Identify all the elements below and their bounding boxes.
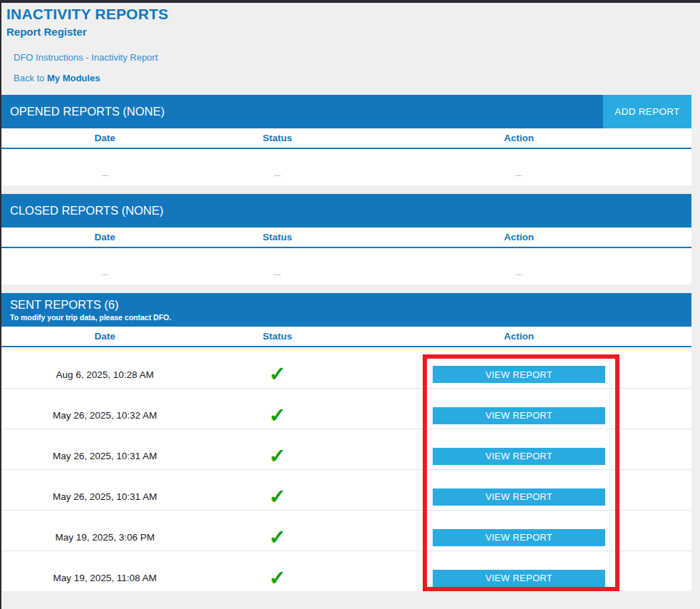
column-header-status: Status (208, 232, 346, 242)
opened-reports-empty-row: ... ... ... (1, 149, 691, 185)
closed-reports-empty-row: ... ... ... (1, 248, 691, 285)
empty-date-cell: ... (1, 168, 208, 178)
column-header-action: Action (346, 133, 691, 143)
column-header-action: Action (346, 331, 691, 342)
page-header: INACTIVITY REPORTS Report Register DFO I… (1, 3, 691, 95)
sent-reports-subtitle: To modify your trip data, please contact… (10, 313, 171, 322)
empty-date-cell: ... (1, 267, 208, 277)
window-left-border (0, 0, 1, 609)
sent-reports-header-bar: SENT REPORTS (6) To modify your trip dat… (1, 293, 691, 327)
status-check-icon: ✓ (269, 486, 285, 508)
table-row: May 19, 2025, 11:08 AM ✓ VIEW REPORT (1, 551, 691, 591)
table-row: May 19, 2025, 3:06 PM ✓ VIEW REPORT (1, 510, 691, 551)
report-date: May 26, 2025, 10:31 AM (1, 451, 208, 461)
report-date: May 19, 2025, 3:06 PM (1, 532, 208, 543)
table-row: Aug 6, 2025, 10:28 AM ✓ VIEW REPORT (1, 347, 691, 388)
page-subtitle: Report Register (6, 26, 691, 38)
view-report-button[interactable]: VIEW REPORT (433, 570, 605, 587)
status-check-icon: ✓ (269, 363, 285, 385)
empty-status-cell: ... (208, 267, 346, 277)
view-report-button[interactable]: VIEW REPORT (433, 366, 605, 383)
column-header-date: Date (1, 331, 208, 342)
table-row: May 26, 2025, 10:32 AM ✓ VIEW REPORT (1, 388, 691, 429)
opened-reports-title: OPENED REPORTS (NONE) (10, 105, 165, 118)
page-links: DFO Instructions - Inactivity Report Bac… (6, 38, 691, 95)
status-check-icon: ✓ (269, 567, 285, 589)
table-row: May 26, 2025, 10:31 AM ✓ VIEW REPORT (1, 429, 691, 469)
closed-reports-header-bar: CLOSED REPORTS (NONE) (1, 194, 691, 227)
column-header-date: Date (1, 232, 208, 242)
column-header-status: Status (208, 331, 346, 342)
opened-reports-header-bar: OPENED REPORTS (NONE) ADD REPORT (1, 95, 691, 128)
empty-status-cell: ... (208, 168, 346, 178)
content-area: INACTIVITY REPORTS Report Register DFO I… (1, 3, 691, 591)
back-to-my-modules-link[interactable]: Back to My Modules (14, 73, 691, 83)
sent-reports-title: SENT REPORTS (6) (10, 298, 171, 311)
closed-reports-section: CLOSED REPORTS (NONE) Date Status Action… (1, 194, 691, 285)
opened-reports-table-header: Date Status Action (1, 128, 691, 149)
empty-action-cell: ... (346, 267, 691, 277)
view-report-button[interactable]: VIEW REPORT (433, 488, 605, 506)
empty-action-cell: ... (346, 168, 691, 178)
report-date: May 19, 2025, 11:08 AM (1, 573, 208, 583)
closed-reports-title: CLOSED REPORTS (NONE) (10, 204, 163, 217)
column-header-date: Date (1, 133, 208, 143)
view-report-button[interactable]: VIEW REPORT (433, 448, 605, 465)
page: INACTIVITY REPORTS Report Register DFO I… (0, 0, 700, 609)
report-date: May 26, 2025, 10:32 AM (1, 410, 208, 421)
opened-reports-section: OPENED REPORTS (NONE) ADD REPORT Date St… (1, 95, 691, 185)
back-link-prefix: Back to (14, 73, 47, 83)
table-row: May 26, 2025, 10:31 AM ✓ VIEW REPORT (1, 469, 691, 510)
page-title: INACTIVITY REPORTS (6, 6, 691, 23)
add-report-button[interactable]: ADD REPORT (603, 95, 691, 128)
view-report-button[interactable]: VIEW REPORT (433, 529, 605, 546)
report-date: Aug 6, 2025, 10:28 AM (1, 369, 208, 380)
sent-reports-section: SENT REPORTS (6) To modify your trip dat… (1, 293, 691, 591)
column-header-status: Status (208, 133, 346, 143)
status-check-icon: ✓ (269, 445, 285, 467)
report-date: May 26, 2025, 10:31 AM (1, 491, 208, 502)
column-header-action: Action (346, 232, 691, 242)
closed-reports-table-header: Date Status Action (1, 227, 691, 248)
dfo-instructions-link[interactable]: DFO Instructions - Inactivity Report (14, 52, 691, 63)
status-check-icon: ✓ (269, 526, 285, 548)
view-report-button[interactable]: VIEW REPORT (433, 407, 605, 424)
back-link-bold: My Modules (47, 73, 100, 83)
sent-reports-table-header: Date Status Action (1, 327, 691, 347)
status-check-icon: ✓ (269, 404, 285, 426)
